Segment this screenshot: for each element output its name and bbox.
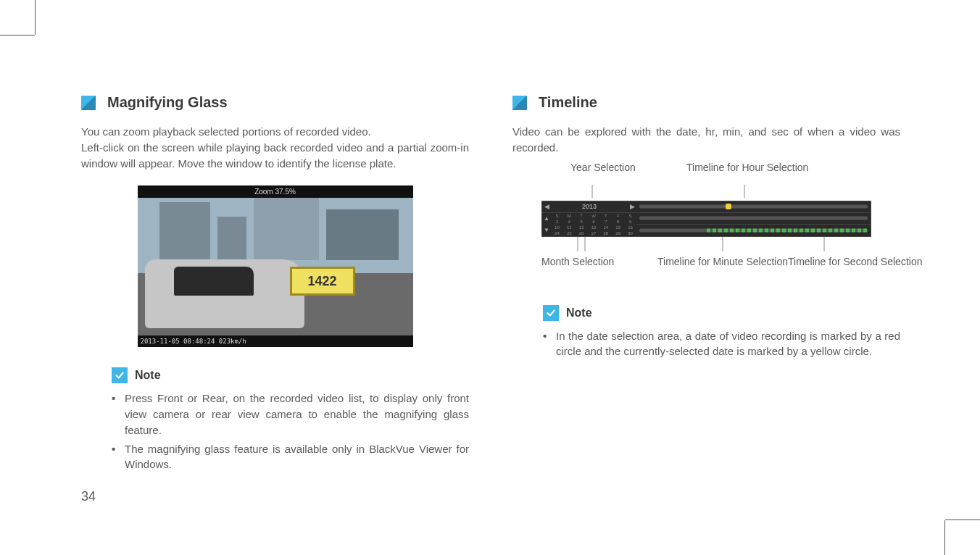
video-title-bar: Zoom 37.5% (138, 185, 413, 198)
callout-label: Year Selection (570, 162, 636, 173)
second-track[interactable] (636, 225, 871, 235)
right-column: Timeline Video can be explored with the … (512, 94, 900, 475)
section-title: Timeline (539, 94, 597, 111)
crop-mark (945, 519, 980, 520)
callout-label: Month Selection (541, 256, 614, 267)
paragraph: Left-click on the screen while playing b… (81, 140, 469, 172)
timeline-figure: Year Selection Timeline for Hour Selecti… (512, 162, 900, 285)
video-footer-overlay: 2013-11-05 08:48:24 023km/h (138, 335, 413, 347)
checkmark-icon (112, 367, 128, 383)
hour-track[interactable] (636, 201, 871, 213)
building-graphic (159, 202, 210, 260)
note-block: Note Press Front or Rear, on the recorde… (81, 367, 469, 472)
section-header: Magnifying Glass (81, 94, 469, 111)
paragraph: You can zoom playback selected portions … (81, 124, 469, 140)
timeline-tracks (636, 201, 871, 236)
crop-mark (0, 35, 35, 36)
section-marker-icon (512, 96, 527, 110)
building-graphic (254, 198, 319, 260)
year-prev-icon[interactable]: ◀ (542, 203, 551, 210)
checkmark-icon (543, 305, 559, 321)
month-down-icon[interactable]: ▼ (542, 225, 551, 236)
note-item: The magnifying glass feature is availabl… (125, 441, 469, 473)
page-number: 34 (81, 489, 96, 504)
section-marker-icon (81, 96, 96, 110)
left-column: Magnifying Glass You can zoom playback s… (81, 94, 469, 475)
note-item: In the date selection area, a date of vi… (556, 328, 900, 360)
video-screenshot: Zoom 37.5% 1422 2013-11-05 08:48:24 023k… (138, 185, 413, 347)
minute-track[interactable] (636, 213, 871, 225)
video-scene: 1422 (138, 198, 413, 335)
calendar-grid[interactable]: SMTWTFS 3456789 10111213141516 242526272… (551, 213, 636, 236)
license-plate-zoom: 1422 (290, 267, 355, 296)
crop-mark (944, 520, 945, 555)
section-title: Magnifying Glass (107, 94, 228, 111)
note-list: In the date selection area, a date of vi… (543, 328, 900, 360)
note-list: Press Front or Rear, on the recorded vid… (112, 391, 469, 472)
month-up-icon[interactable]: ▲ (542, 213, 551, 225)
note-item: Press Front or Rear, on the recorded vid… (125, 391, 469, 438)
section-header: Timeline (512, 94, 900, 111)
building-graphic (217, 217, 246, 260)
year-value: 2013 (551, 203, 628, 210)
note-title: Note (135, 369, 161, 382)
car-graphic (145, 259, 304, 328)
page-content: Magnifying Glass You can zoom playback s… (81, 94, 900, 475)
note-title: Note (566, 306, 592, 320)
callout-lines (541, 185, 871, 198)
paragraph: Video can be explored with the date, hr,… (512, 124, 900, 156)
year-next-icon[interactable]: ▶ (628, 203, 636, 210)
callout-label: Timeline for Minute Selection (657, 256, 788, 267)
callout-lines (541, 237, 871, 251)
building-graphic (326, 209, 399, 260)
note-block: Note In the date selection area, a date … (512, 305, 900, 360)
date-selection-area: ◀ 2013 ▶ ▲ ▼ SMTWTFS 3456789 10111213141… (542, 201, 636, 236)
callout-label: Timeline for Second Selection (788, 256, 922, 267)
callout-label: Timeline for Hour Selection (686, 162, 808, 173)
timeline-panel: ◀ 2013 ▶ ▲ ▼ SMTWTFS 3456789 10111213141… (541, 201, 871, 237)
crop-mark (35, 0, 36, 35)
